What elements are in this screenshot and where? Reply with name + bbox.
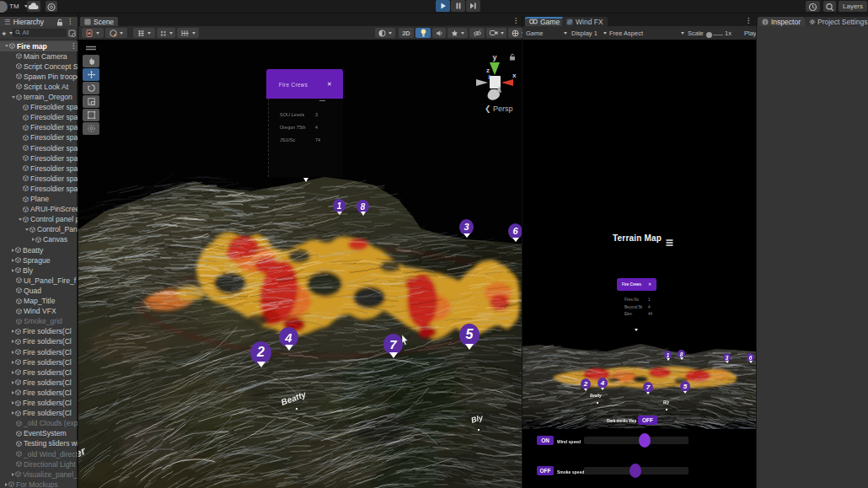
svg-text:z: z [486, 67, 490, 74]
svg-text:x: x [512, 72, 517, 79]
svg-text:y: y [492, 53, 496, 62]
